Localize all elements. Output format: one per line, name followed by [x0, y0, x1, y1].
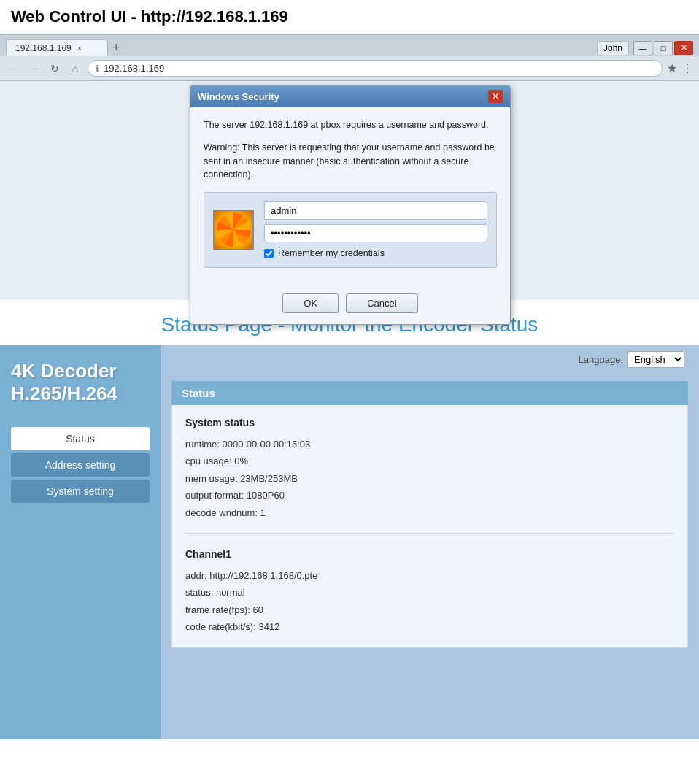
- system-status-line-1: cpu usage: 0%: [185, 453, 674, 469]
- dialog-warning: Warning: This server is requesting that …: [204, 141, 497, 182]
- tab-bar: 192.168.1.169 × + John — □ ✕: [0, 35, 699, 56]
- window-controls: — □ ✕: [633, 41, 693, 55]
- remember-row: Remember my credentials: [264, 248, 487, 258]
- windows-security-dialog: Windows Security ✕ The server 192.168.1.…: [190, 85, 511, 325]
- remember-checkbox[interactable]: [264, 249, 274, 258]
- channel1-line-0: addr: http://192.168.1.168/0.pte: [185, 567, 674, 584]
- sidebar-item-label-address: Address setting: [45, 459, 116, 471]
- language-label: Language:: [579, 354, 623, 365]
- address-bar: ← → ↻ ⌂ ℹ ★ ⋮: [0, 56, 699, 81]
- sidebar-item-address[interactable]: Address setting: [11, 453, 150, 477]
- secure-icon: ℹ: [96, 64, 99, 74]
- system-status-line-4: decode wndnum: 1: [185, 504, 674, 521]
- channel1-title: Channel1: [185, 548, 674, 560]
- forward-button[interactable]: →: [26, 61, 42, 77]
- user-badge: John: [597, 41, 629, 55]
- system-status-line-0: runtime: 0000-00-00 00:15:03: [185, 436, 674, 453]
- minimize-button[interactable]: —: [633, 41, 652, 55]
- sidebar-item-label-system: System setting: [47, 485, 114, 497]
- logo-line2: H.265/H.264: [11, 383, 150, 405]
- remember-label: Remember my credentials: [278, 248, 385, 258]
- credential-fields: Remember my credentials: [264, 201, 487, 258]
- system-status-title: System status: [185, 417, 674, 428]
- language-bar: Language: English Chinese: [161, 345, 699, 374]
- system-status-line-2: mem usage: 23MB/253MB: [185, 470, 674, 487]
- credential-icon: [213, 210, 254, 250]
- sidebar-item-status[interactable]: Status: [11, 427, 150, 450]
- dialog-title: Windows Security: [198, 91, 279, 102]
- sidebar: 4K Decoder H.265/H.264 Status Address se…: [0, 345, 161, 739]
- title-bar: Web Control UI - http://192.168.1.169: [0, 0, 699, 34]
- browser-menu-icon[interactable]: ⋮: [681, 61, 693, 75]
- dialog-buttons: OK Cancel: [190, 288, 510, 324]
- ok-button[interactable]: OK: [282, 293, 339, 313]
- cancel-button[interactable]: Cancel: [346, 293, 417, 313]
- system-status-line-3: output format: 1080P60: [185, 487, 674, 504]
- app-container: 4K Decoder H.265/H.264 Status Address se…: [0, 345, 699, 739]
- status-header: Status: [171, 381, 688, 405]
- sidebar-logo: 4K Decoder H.265/H.264: [11, 360, 150, 405]
- browser-tab[interactable]: 192.168.1.169 ×: [6, 39, 108, 56]
- dialog-body: The server 192.168.1.169 at pbox require…: [190, 107, 510, 288]
- password-input[interactable]: [264, 224, 487, 242]
- sidebar-menu: Status Address setting System setting: [11, 427, 150, 503]
- sidebar-item-label-status: Status: [66, 433, 95, 445]
- status-panel: System status runtime: 0000-00-00 00:15:…: [171, 405, 688, 648]
- username-input[interactable]: [264, 201, 487, 220]
- home-button[interactable]: ⌂: [67, 61, 83, 77]
- language-select[interactable]: English Chinese: [627, 351, 684, 368]
- system-status-section: System status runtime: 0000-00-00 00:15:…: [185, 417, 674, 534]
- close-button[interactable]: ✕: [674, 41, 693, 55]
- address-input[interactable]: [104, 63, 654, 74]
- dialog-title-bar: Windows Security ✕: [190, 85, 510, 107]
- channel1-line-3: code rate(kbit/s): 3412: [185, 618, 674, 635]
- dialog-message: The server 192.168.1.169 at pbox require…: [204, 118, 497, 132]
- back-button[interactable]: ←: [6, 61, 22, 77]
- dialog-credentials: Remember my credentials: [204, 192, 497, 268]
- tab-close-icon[interactable]: ×: [77, 44, 82, 53]
- tab-label: 192.168.1.169: [15, 43, 72, 53]
- dialog-overlay: Windows Security ✕ The server 192.168.1.…: [0, 81, 699, 300]
- sidebar-item-system[interactable]: System setting: [11, 480, 150, 503]
- reload-button[interactable]: ↻: [47, 61, 63, 77]
- content-inner: Status System status runtime: 0000-00-00…: [171, 381, 688, 648]
- maximize-button[interactable]: □: [654, 41, 673, 55]
- channel1-section: Channel1 addr: http://192.168.1.168/0.pt…: [185, 548, 674, 636]
- bookmark-icon[interactable]: ★: [667, 61, 677, 75]
- browser-chrome: 192.168.1.169 × + John — □ ✕ ← → ↻ ⌂ ℹ ★…: [0, 34, 699, 300]
- logo-line1: 4K Decoder: [11, 360, 150, 383]
- address-input-wrap: ℹ: [88, 60, 663, 77]
- dialog-close-button[interactable]: ✕: [488, 90, 503, 103]
- channel1-line-1: status: normal: [185, 584, 674, 601]
- main-content: Language: English Chinese Status System …: [161, 345, 699, 739]
- title-text: Web Control UI - http://192.168.1.169: [11, 7, 288, 26]
- channel1-line-2: frame rate(fps): 60: [185, 602, 674, 618]
- new-tab-button[interactable]: +: [108, 40, 125, 55]
